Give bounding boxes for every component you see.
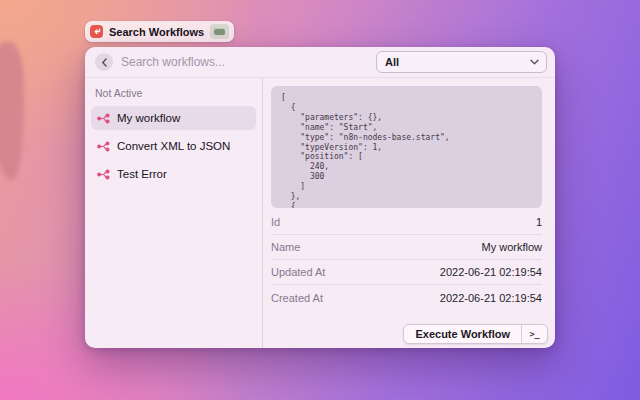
command-label: Search Workflows [109,26,204,38]
metadata-value: 1 [536,216,542,228]
back-button[interactable] [95,53,113,71]
workflow-item-my-workflow[interactable]: My workflow [91,106,256,130]
workflow-item-label: Test Error [117,168,167,180]
app-window: All Not Active My workflow Convert XML t… [85,47,555,348]
detail-panel: [ { "parameters": {}, "name": "Start", "… [263,78,555,348]
metadata-table: Id 1 Name My workflow Updated At 2022-06… [271,210,542,310]
metadata-label: Id [271,216,280,228]
workflow-item-label: My workflow [117,112,180,124]
background-brush-streak [0,42,24,180]
search-bar: All [85,47,555,78]
metadata-label: Name [271,241,300,253]
workflow-item-test-error[interactable]: Test Error [91,162,256,186]
search-input[interactable] [121,55,376,69]
metadata-label: Updated At [271,266,325,278]
workflow-json-preview[interactable]: [ { "parameters": {}, "name": "Start", "… [271,86,542,208]
terminal-button[interactable]: >_ [521,325,547,343]
action-bar: Execute Workflow >_ [403,324,548,344]
section-header: Not Active [91,87,256,106]
metadata-row-id: Id 1 [271,210,542,235]
workflow-item-convert-xml-to-json[interactable]: Convert XML to JSON [91,134,256,158]
hotkey-badge [210,24,229,39]
metadata-row-created-at: Created At 2022-06-21 02:19:54 [271,285,542,310]
workflow-icon [97,168,110,181]
metadata-row-updated-at: Updated At 2022-06-21 02:19:54 [271,260,542,285]
metadata-value: 2022-06-21 02:19:54 [440,292,542,304]
window-body: Not Active My workflow Convert XML to JS… [85,78,555,348]
terminal-icon: >_ [529,329,539,339]
filter-value: All [385,56,399,68]
chevron-left-icon [101,58,108,67]
chevron-down-icon [530,59,539,65]
workflow-icon [97,140,110,153]
metadata-value: My workflow [481,241,542,253]
metadata-label: Created At [271,292,323,304]
workflow-list: Not Active My workflow Convert XML to JS… [85,78,262,348]
filter-dropdown[interactable]: All [376,51,547,73]
command-pill[interactable]: Search Workflows [85,21,234,42]
workflow-icon [97,112,110,125]
workflow-item-label: Convert XML to JSON [117,140,230,152]
execute-workflow-button[interactable]: Execute Workflow [404,325,521,343]
metadata-value: 2022-06-21 02:19:54 [440,266,542,278]
metadata-row-name: Name My workflow [271,235,542,260]
extension-icon [90,25,103,38]
execute-split-button: Execute Workflow >_ [403,324,548,344]
badge-icon [214,28,225,35]
